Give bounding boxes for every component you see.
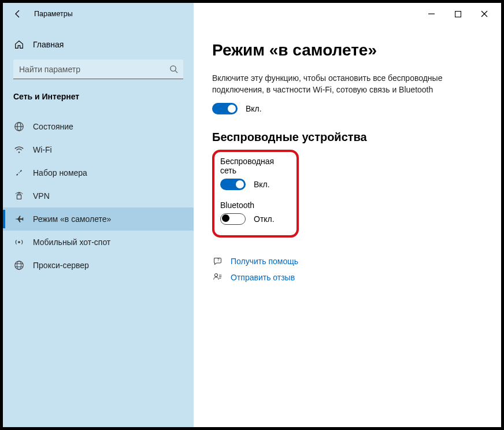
proxy-icon <box>13 260 25 271</box>
sidebar-item-airplane[interactable]: Режим «в самолете» <box>3 207 194 231</box>
sidebar-item-label: Wi-Fi <box>33 145 52 154</box>
sidebar-item-label: VPN <box>33 191 50 201</box>
maximize-button[interactable] <box>444 5 471 23</box>
search-input[interactable] <box>19 65 168 74</box>
search-box[interactable] <box>13 60 183 79</box>
sidebar-item-label: Набор номера <box>33 168 87 177</box>
wifi-toggle-state: Вкл. <box>254 180 270 189</box>
vpn-icon <box>13 190 25 202</box>
nav-list: Состояние Wi-Fi Набор номера <box>3 115 194 277</box>
svg-line-5 <box>175 71 177 73</box>
dialup-icon <box>13 167 25 179</box>
sidebar-item-hotspot[interactable]: Мобильный хот-спот <box>3 231 194 254</box>
airplane-toggle[interactable] <box>212 103 238 114</box>
page-description: Включите эту функцию, чтобы остановить в… <box>212 72 455 96</box>
wifi-toggle-row: Вкл. <box>220 179 290 190</box>
wifi-label: Беспроводная сеть <box>220 157 290 175</box>
svg-point-13 <box>18 241 20 243</box>
search-icon <box>168 64 179 75</box>
airplane-toggle-row: Вкл. <box>212 103 478 114</box>
home-nav[interactable]: Главная <box>3 33 194 56</box>
sidebar-item-wifi[interactable]: Wi-Fi <box>3 138 194 161</box>
help-links: ? Получить помощь Отправить отзыв <box>212 256 478 283</box>
category-header: Сеть и Интернет <box>3 87 194 109</box>
svg-point-4 <box>170 66 175 71</box>
sidebar-item-vpn[interactable]: VPN <box>3 184 194 207</box>
minimize-button[interactable] <box>418 5 444 23</box>
svg-point-9 <box>18 151 20 153</box>
wireless-highlight: Беспроводная сеть Вкл. Bluetooth Откл. <box>212 150 299 238</box>
svg-rect-12 <box>17 195 21 199</box>
airplane-icon <box>13 213 25 225</box>
sidebar-item-label: Прокси-сервер <box>33 261 89 270</box>
svg-point-17 <box>17 261 21 269</box>
airplane-toggle-state: Вкл. <box>246 104 262 113</box>
svg-point-11 <box>21 170 22 171</box>
sidebar-item-label: Мобильный хот-спот <box>33 238 110 247</box>
bluetooth-toggle-state: Откл. <box>254 214 275 224</box>
wifi-icon <box>13 144 25 155</box>
hotspot-icon <box>13 236 25 248</box>
help-link-row: ? Получить помощь <box>212 256 478 266</box>
feedback-link[interactable]: Отправить отзыв <box>231 273 295 282</box>
svg-point-14 <box>15 261 23 269</box>
bluetooth-label: Bluetooth <box>220 201 290 210</box>
sidebar-item-label: Режим «в самолете» <box>33 214 111 224</box>
feedback-icon <box>212 272 223 283</box>
get-help-link[interactable]: Получить помощь <box>231 257 298 266</box>
feedback-link-row: Отправить отзыв <box>212 272 478 283</box>
home-icon <box>13 39 25 50</box>
help-icon: ? <box>212 256 223 266</box>
bluetooth-toggle[interactable] <box>220 213 246 225</box>
sidebar-item-label: Состояние <box>33 122 73 131</box>
svg-rect-1 <box>455 11 461 17</box>
home-label: Главная <box>33 40 64 49</box>
app-title: Параметры <box>34 10 73 18</box>
sidebar-item-dialup[interactable]: Набор номера <box>3 161 194 184</box>
wireless-heading: Беспроводные устройства <box>212 131 478 144</box>
back-button[interactable] <box>10 6 26 22</box>
sidebar-item-status[interactable]: Состояние <box>3 115 194 138</box>
close-button[interactable] <box>471 5 498 23</box>
globe-icon <box>13 121 25 132</box>
svg-point-19 <box>214 274 217 277</box>
titlebar: Параметры <box>3 3 501 25</box>
svg-text:?: ? <box>217 258 219 262</box>
bluetooth-toggle-row: Откл. <box>220 213 290 225</box>
sidebar: Главная Сеть и Интернет Состояние <box>3 25 194 427</box>
sidebar-item-proxy[interactable]: Прокси-сервер <box>3 254 194 277</box>
page-heading: Режим «в самолете» <box>212 41 478 60</box>
wifi-toggle[interactable] <box>220 179 246 190</box>
main-content: Режим «в самолете» Включите эту функцию,… <box>194 25 501 427</box>
